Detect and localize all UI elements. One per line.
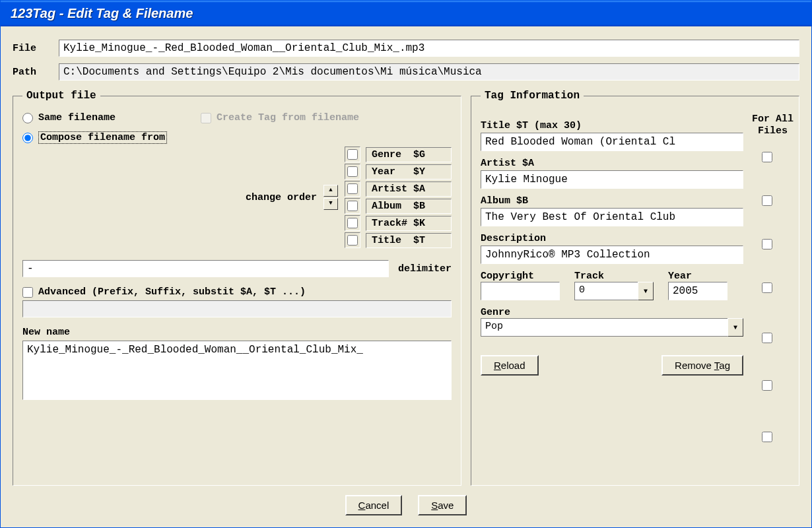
- year-label: Year: [668, 271, 727, 282]
- order-down-button[interactable]: ▼: [323, 198, 338, 210]
- advanced-row: Advanced (Prefix, Suffix, substit $A, $T…: [22, 286, 452, 298]
- compose-list: Genre $G Year $Y Artist $A Album: [345, 147, 452, 248]
- content-area: File Path Output file Same filename Crea…: [1, 26, 811, 527]
- for-all-description-checkbox[interactable]: [762, 282, 772, 293]
- advanced-checkbox[interactable]: [22, 287, 33, 298]
- order-up-button[interactable]: ▲: [323, 185, 338, 197]
- album-label: Album $B: [481, 195, 743, 207]
- advanced-input: [22, 300, 452, 317]
- artist-block: Artist $A: [481, 158, 743, 189]
- for-all-genre-checkbox[interactable]: [762, 380, 772, 391]
- file-label: File: [13, 43, 50, 54]
- album-block: Album $B: [481, 195, 743, 226]
- description-block: Description: [481, 233, 743, 264]
- for-all-remove-checkbox[interactable]: [762, 432, 772, 442]
- for-all-album-checkbox[interactable]: [762, 239, 772, 249]
- copyright-label: Copyright: [481, 271, 560, 282]
- compose-item-genre: Genre $G: [345, 147, 452, 162]
- album-input[interactable]: [481, 208, 743, 226]
- compose-filename-radio-row[interactable]: Compose filename from: [22, 131, 452, 144]
- advanced-label: Advanced (Prefix, Suffix, substit $A, $T…: [38, 286, 306, 298]
- title-input[interactable]: [481, 133, 743, 151]
- compose-item-title: Title $T: [345, 232, 452, 248]
- path-row: Path: [13, 63, 799, 81]
- create-tag-label: Create Tag from filename: [217, 112, 359, 123]
- compose-artist-checkbox[interactable]: [347, 183, 358, 194]
- genre-dropdown-button[interactable]: ▼: [727, 318, 743, 337]
- file-row: File: [13, 40, 799, 57]
- compose-year-label: Year $Y: [366, 164, 452, 180]
- track-select[interactable]: 0 ▼: [574, 282, 654, 300]
- for-all-title-checkbox[interactable]: [762, 152, 772, 162]
- compose-album-label: Album $B: [366, 199, 452, 214]
- genre-block: Genre Pop ▼: [481, 307, 743, 337]
- cancel-button[interactable]: Cancel: [345, 495, 403, 515]
- output-file-legend: Output file: [22, 90, 100, 102]
- year-input[interactable]: [668, 282, 727, 300]
- track-dropdown-button[interactable]: ▼: [638, 282, 654, 300]
- taginfo-buttons-row: Reload Remove Tag: [481, 355, 743, 376]
- track-label: Track: [574, 271, 654, 282]
- title-block: Title $T (max 30): [481, 120, 743, 151]
- compose-item-album: Album $B: [345, 198, 452, 214]
- delimiter-input[interactable]: [22, 260, 389, 277]
- same-filename-label: Same filename: [38, 112, 116, 123]
- compose-filename-label: Compose filename from: [38, 131, 167, 144]
- artist-label: Artist $A: [481, 158, 743, 169]
- description-input[interactable]: [481, 246, 743, 264]
- for-all-artist-checkbox[interactable]: [762, 195, 772, 206]
- tag-information-group: Tag Information For All Files Title $T (…: [471, 90, 799, 486]
- path-label: Path: [13, 67, 50, 78]
- compose-item-track: Track# $K: [345, 215, 452, 231]
- same-filename-radio-row[interactable]: Same filename: [22, 112, 116, 123]
- compose-genre-label: Genre $G: [366, 147, 452, 162]
- track-value: 0: [574, 282, 638, 300]
- compose-filename-radio[interactable]: [22, 133, 33, 143]
- compose-album-checkbox[interactable]: [347, 201, 358, 211]
- compose-track-checkbox[interactable]: [347, 218, 358, 228]
- delimiter-row: delimiter: [22, 260, 452, 277]
- genre-label: Genre: [481, 307, 743, 318]
- compose-artist-label: Artist $A: [366, 182, 452, 197]
- same-filename-radio[interactable]: [22, 113, 33, 123]
- compose-title-checkbox[interactable]: [347, 235, 358, 246]
- two-column: Output file Same filename Create Tag fro…: [13, 87, 799, 486]
- window: 123Tag - Edit Tag & Filename File Path O…: [0, 0, 812, 528]
- copyright-input[interactable]: [481, 282, 560, 300]
- compose-track-label: Track# $K: [366, 216, 452, 231]
- title-label: Title $T (max 30): [481, 120, 743, 131]
- save-button[interactable]: Save: [418, 495, 467, 515]
- create-tag-checkbox: [201, 113, 211, 123]
- path-input: [59, 63, 799, 81]
- delimiter-label: delimiter: [398, 263, 452, 275]
- compose-year-checkbox[interactable]: [347, 166, 358, 177]
- tag-information-legend: Tag Information: [481, 90, 584, 102]
- bottom-buttons: Cancel Save: [13, 486, 799, 521]
- create-tag-checkbox-row: Create Tag from filename: [201, 112, 359, 123]
- compose-area: change order ▲ ▼ Genre $G Year $Y: [22, 147, 452, 248]
- new-name-label: New name: [22, 327, 452, 338]
- description-label: Description: [481, 233, 743, 244]
- genre-value: Pop: [481, 318, 727, 337]
- output-file-group: Output file Same filename Create Tag fro…: [13, 90, 461, 486]
- reload-button[interactable]: Reload: [481, 355, 539, 376]
- genre-select[interactable]: Pop ▼: [481, 318, 743, 337]
- new-name-input[interactable]: Kylie_Minogue_-_Red_Blooded_Woman__Orien…: [22, 341, 452, 400]
- compose-genre-checkbox[interactable]: [347, 149, 358, 160]
- compose-item-year: Year $Y: [345, 164, 452, 180]
- for-all-cty-checkbox[interactable]: [762, 333, 772, 343]
- change-order-label: change order: [246, 192, 317, 203]
- file-input[interactable]: [59, 40, 799, 57]
- titlebar: 123Tag - Edit Tag & Filename: [1, 1, 811, 26]
- taginfo-content: Title $T (max 30) Artist $A Album $B: [481, 110, 790, 376]
- copyright-track-year-row: Copyright Track 0 ▼ Year: [481, 271, 743, 300]
- compose-title-label: Title $T: [366, 233, 452, 248]
- for-all-checkbox-column: [749, 152, 786, 442]
- remove-tag-button[interactable]: Remove Tag: [661, 355, 743, 376]
- compose-item-artist: Artist $A: [345, 181, 452, 197]
- change-order-spinner: ▲ ▼: [323, 185, 338, 210]
- artist-input[interactable]: [481, 170, 743, 189]
